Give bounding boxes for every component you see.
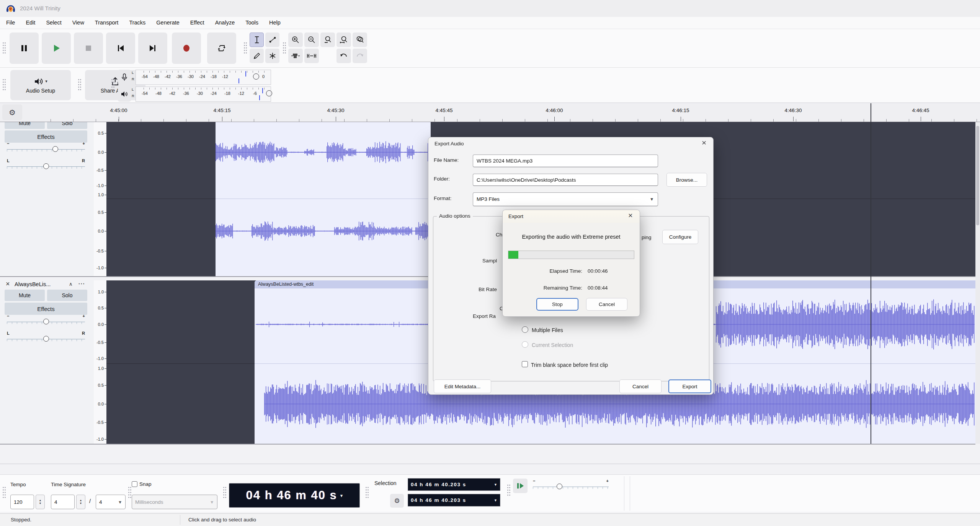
time-signature-lower-select[interactable]: 4 ▾ [96,495,126,509]
trim-blank-space-checkbox[interactable] [522,361,528,367]
selection-end-caret-icon[interactable]: ▼ [494,498,497,502]
vertical-scrollbar[interactable] [975,122,980,444]
share-audio-grip[interactable] [78,78,81,91]
redo-button[interactable] [353,49,367,63]
menu-item[interactable]: Transport [90,17,124,29]
audio-setup-button[interactable]: ▾ Audio Setup [10,70,71,100]
track-2-collapse-button[interactable]: ∧ [69,281,73,287]
track-2-effects-button[interactable]: Effects [5,303,87,315]
track-1-solo-button[interactable]: Solo [47,122,87,129]
export-dialog-close-icon[interactable]: × [702,138,706,147]
track-2-gain-thumb[interactable] [43,319,49,324]
spin-down-icon[interactable]: ▼ [39,502,42,505]
track-1-gain-slider[interactable]: − + [7,146,85,152]
folder-input[interactable] [473,174,658,186]
menu-item[interactable]: Generate [151,17,185,29]
silence-audio-button[interactable] [304,49,319,63]
track-1-pan-slider[interactable]: L R [7,163,85,169]
time-display-caret-icon[interactable]: ▾ [340,493,343,498]
export-button[interactable]: Export [668,379,711,393]
time-display[interactable]: 04 h 46 m 40 s ▾ [229,483,360,508]
zoom-to-selection-button[interactable] [320,33,335,47]
stop-button-dialog[interactable]: Stop [536,298,578,311]
vertical-scrollbar-thumb[interactable] [976,126,979,225]
record-meter[interactable]: -54-48-42-36-30-24-18-12 0 [136,70,271,85]
selection-tool-button[interactable] [250,33,264,47]
pause-button[interactable] [10,33,39,64]
track-2-pan-slider[interactable]: L R [7,335,85,342]
snap-checkbox[interactable] [132,481,137,487]
trim-audio-button[interactable] [288,49,303,63]
selection-start-caret-icon[interactable]: ▼ [494,483,497,487]
time-signature-upper-input[interactable]: 4 [51,495,75,509]
play-speed-thumb[interactable] [557,484,562,489]
menu-item[interactable]: Tracks [124,17,151,29]
browse-button[interactable]: Browse... [666,173,707,187]
menu-item[interactable]: Help [264,17,286,29]
format-select[interactable]: MP3 Files ▾ [473,192,658,206]
progress-cancel-button[interactable]: Cancel [586,298,627,311]
loop-button[interactable] [207,33,236,64]
track-1-pan-thumb[interactable] [43,163,49,169]
play-meter-button[interactable] [118,86,131,102]
play-speed-slider[interactable]: − + [533,483,609,489]
zoom-in-button[interactable] [288,33,303,47]
selection-end-field[interactable]: 04 h 46 m 40.203 s ▼ [408,494,500,506]
selection-grip[interactable] [365,486,369,499]
envelope-tool-button[interactable] [265,33,279,47]
selection-options-button[interactable]: ⚙ [390,494,404,508]
zoom-toggle-button[interactable] [353,33,367,47]
skip-to-end-button[interactable] [138,33,167,64]
record-button[interactable] [172,33,201,64]
spin-down-icon[interactable]: ▼ [80,502,82,505]
zoom-out-button[interactable] [304,33,319,47]
spin-up-icon[interactable]: ▲ [80,499,82,502]
track-2-menu-button[interactable]: ⋯ [78,280,85,288]
play-meter[interactable]: -54-48-42-36-30-24-18-12-6 [136,86,271,102]
play-at-speed-button[interactable] [513,479,528,493]
menu-item[interactable]: View [67,17,90,29]
draw-tool-button[interactable] [250,49,264,63]
track-1-mute-button[interactable]: Mute [5,122,45,129]
spin-up-icon[interactable]: ▲ [39,499,42,502]
selection-start-field[interactable]: 04 h 46 m 40.203 s ▼ [408,478,500,491]
export-cancel-button[interactable]: Cancel [619,379,662,393]
track-2-mute-button[interactable]: Mute [5,290,45,301]
track-2-name[interactable]: AlwaysBeLis... [15,281,51,287]
menu-item[interactable]: Tools [240,17,264,29]
track-1-control-panel[interactable]: Mute Solo Effects − + L R [0,122,94,276]
multi-tool-button[interactable] [265,49,279,63]
transport-toolbar-grip[interactable] [2,42,6,55]
track-2-control-panel[interactable]: × AlwaysBeLis... ∧ ⋯ Mute Solo Effects −… [0,280,94,444]
track-2-gain-slider[interactable]: − + [7,318,85,324]
record-meter-button[interactable] [118,70,131,85]
tools-toolbar-grip[interactable] [243,42,247,55]
undo-button[interactable] [336,49,351,63]
stop-button[interactable] [74,33,103,64]
edit-toolbar-grip[interactable] [283,42,286,55]
file-name-input[interactable] [473,155,658,167]
multiple-files-radio[interactable] [522,326,528,333]
configure-button[interactable]: Configure [662,230,698,244]
menu-item[interactable]: Select [41,17,67,29]
track-2-close-button[interactable]: × [6,280,10,288]
tempo-spinner[interactable]: ▲ ▼ [36,495,45,509]
timeline-ruler[interactable]: ⚙ 4:45:00 4:45:15 4:45:30 4:45:45 4:46:0… [0,103,980,122]
snap-grip[interactable] [128,486,131,499]
time-grip[interactable] [223,486,226,499]
track-2-pan-thumb[interactable] [43,336,49,342]
track-1-gain-thumb[interactable] [52,146,58,152]
edit-metadata-button[interactable]: Edit Metadata... [434,379,491,393]
fit-project-button[interactable] [336,33,351,47]
time-signature-spinner[interactable]: ▲ ▼ [76,495,85,509]
meter-grip[interactable] [111,78,114,91]
play-speed-grip[interactable] [507,484,510,497]
menu-item[interactable]: Edit [20,17,41,29]
time-signature-grip[interactable] [2,486,6,499]
track-1-effects-button[interactable]: Effects [5,130,87,143]
menu-item[interactable]: File [1,17,20,29]
audio-setup-grip[interactable] [2,78,6,91]
menu-item[interactable]: Analyze [210,17,240,29]
menu-item[interactable]: Effect [185,17,210,29]
tempo-input[interactable]: 120 [10,495,34,509]
